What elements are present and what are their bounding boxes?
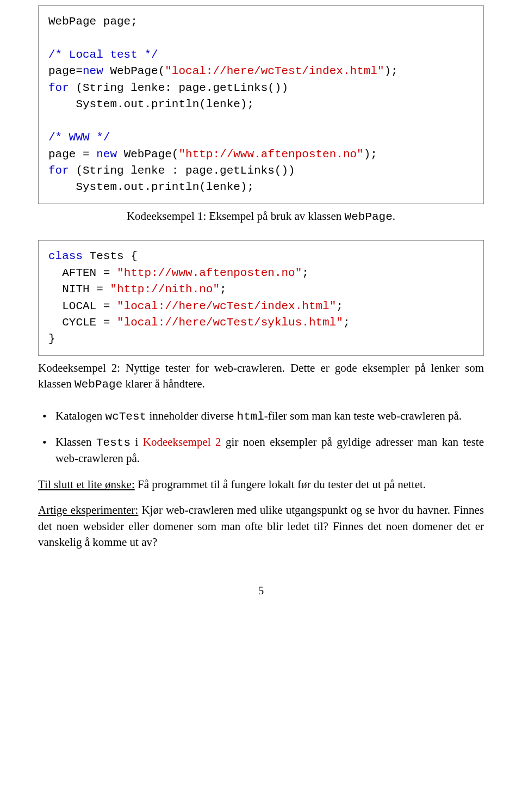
text: Klassen: [55, 435, 96, 448]
code-text: System.out.println(lenke);: [48, 98, 254, 110]
underlined-heading: Artige eksperimenter:: [38, 503, 138, 516]
inline-code: Tests: [96, 436, 130, 449]
caption-text: .: [393, 210, 395, 223]
code-text: }: [48, 333, 55, 345]
code-text: );: [364, 148, 377, 161]
code-text: LOCAL =: [48, 300, 117, 312]
list-item: Klassen Tests i Kodeeksempel 2 gir noen …: [38, 434, 484, 467]
code-string: "local://here/wcTest/index.html": [165, 65, 384, 77]
code-text: WebPage(: [117, 148, 178, 161]
bullet-list: Katalogen wcTest inneholder diverse html…: [38, 408, 484, 467]
code-keyword: new: [96, 148, 117, 161]
code-keyword: for: [48, 164, 69, 177]
list-item: Katalogen wcTest inneholder diverse html…: [38, 408, 484, 425]
caption-text: Kodeeksempel 1: Eksempel på bruk av klas…: [127, 210, 345, 223]
paragraph: Til slutt et lite ønske: Få programmet t…: [38, 477, 484, 493]
code-text: System.out.println(lenke);: [48, 181, 254, 193]
code-text: Tests {: [83, 250, 138, 262]
code-text: ;: [343, 316, 350, 329]
cross-reference: Kodeeksempel 2: [143, 435, 221, 448]
code-comment: /* WWW */: [48, 131, 110, 144]
code-listing-2: class Tests { AFTEN = "http://www.aftenp…: [38, 240, 484, 356]
text: -filer som man kan teste web-crawleren p…: [264, 409, 462, 422]
text: i: [130, 435, 143, 448]
code-keyword: for: [48, 82, 69, 94]
code-text: );: [384, 65, 398, 77]
code-caption-2: Kodeeksempel 2: Nyttige tester for web-c…: [38, 360, 484, 393]
code-text: page=: [48, 65, 83, 77]
page-number: 5: [38, 583, 484, 599]
caption-code: WebPage: [345, 211, 393, 223]
code-caption-1: Kodeeksempel 1: Eksempel på bruk av klas…: [38, 208, 484, 225]
code-string: "local://here/wcTest/index.html": [117, 300, 336, 312]
caption-text: klarer å håndtere.: [122, 377, 205, 390]
code-text: ;: [336, 300, 343, 312]
code-text: WebPage(: [103, 65, 165, 77]
code-listing-1: WebPage page; /* Local test */ page=new …: [38, 5, 484, 204]
inline-code: html: [237, 410, 264, 423]
code-text: (String lenke : page.getLinks()): [69, 164, 295, 177]
caption-code: WebPage: [74, 378, 122, 391]
code-text: ;: [302, 267, 309, 279]
code-text: NITH =: [48, 283, 110, 296]
code-text: page =: [48, 148, 96, 161]
code-text: (String lenke: page.getLinks()): [69, 82, 288, 94]
inline-code: wcTest: [105, 410, 147, 423]
code-string: "http://www.aftenposten.no": [117, 267, 302, 279]
code-text: ;: [220, 283, 227, 296]
code-keyword: class: [48, 250, 83, 262]
code-text: AFTEN =: [48, 267, 117, 279]
code-string: "http://www.aftenposten.no": [178, 148, 363, 161]
code-comment: /* Local test */: [48, 48, 158, 61]
document-page: WebPage page; /* Local test */ page=new …: [38, 0, 484, 621]
paragraph: Artige eksperimenter: Kjør web-crawleren…: [38, 502, 484, 550]
text: inneholder diverse: [146, 409, 237, 422]
text: Få programmet til å fungere lokalt før d…: [135, 478, 426, 491]
code-text: CYCLE =: [48, 316, 117, 329]
underlined-heading: Til slutt et lite ønske:: [38, 478, 135, 491]
code-line: WebPage page;: [48, 15, 138, 28]
code-string: "http://nith.no": [110, 283, 220, 296]
text: Katalogen: [55, 409, 105, 422]
code-string: "local://here/wcTest/syklus.html": [117, 316, 343, 329]
code-keyword: new: [83, 65, 103, 77]
